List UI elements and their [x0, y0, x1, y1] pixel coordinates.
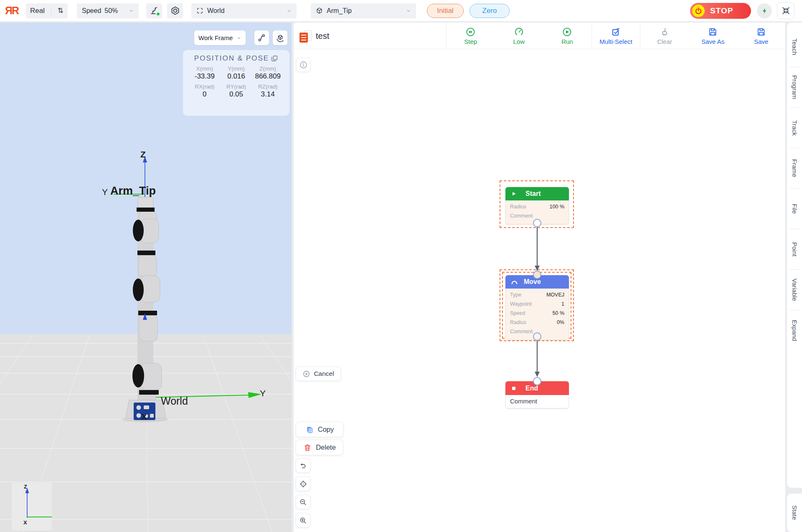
- mode-label: Real: [30, 7, 45, 15]
- save-as-button[interactable]: Save As: [689, 23, 737, 49]
- tool-value: Arm_Tip: [327, 7, 352, 15]
- info-icon: [299, 61, 308, 69]
- undo-icon: [299, 462, 307, 470]
- zoom-in-icon: [299, 517, 307, 524]
- speed-dropdown[interactable]: Speed 50%: [77, 3, 139, 18]
- stop-label: STOP: [710, 6, 733, 15]
- run-button[interactable]: Run: [543, 23, 591, 49]
- status-dot: [156, 12, 160, 16]
- work-frame-dropdown[interactable]: Work Frame: [194, 30, 246, 45]
- copy-icon[interactable]: [271, 55, 278, 62]
- chevron-down-icon: [129, 8, 134, 13]
- sort-arrows-icon: ⇅: [58, 6, 63, 15]
- world-frame-dropdown[interactable]: World: [191, 3, 297, 18]
- trajectory-toggle-button[interactable]: [254, 30, 269, 45]
- right-sidebar: Teach Program Track Frame File Point Var…: [787, 23, 802, 488]
- flow-canvas[interactable]: Start Radius100 % Comment Move TypeMOVEJ…: [294, 49, 785, 532]
- divider: [51, 7, 51, 15]
- stop-button[interactable]: STOP: [690, 3, 751, 19]
- tab-variable[interactable]: Variable: [787, 270, 802, 310]
- tab-frame[interactable]: Frame: [787, 148, 802, 188]
- arc-move-icon: [511, 279, 518, 285]
- step-icon: [466, 27, 475, 37]
- zoom-in-button[interactable]: [296, 513, 310, 527]
- stop-square-icon: [511, 385, 517, 391]
- tab-program[interactable]: Program: [787, 67, 802, 107]
- cube-icon: [316, 7, 323, 14]
- chevron-down-icon: [406, 8, 411, 13]
- gauge-icon: [514, 27, 524, 37]
- cancel-button[interactable]: Cancel: [296, 367, 341, 381]
- tab-state[interactable]: State: [787, 505, 802, 520]
- copy-node-button[interactable]: Copy: [296, 422, 343, 437]
- pose-field-value: 866.809: [252, 72, 284, 81]
- zoom-out-button[interactable]: [296, 495, 310, 509]
- zoom-out-icon: [299, 498, 307, 506]
- clear-button[interactable]: Clear: [640, 23, 689, 49]
- program-title: test: [299, 23, 329, 49]
- end-comment: Comment: [505, 395, 569, 408]
- low-speed-button[interactable]: Low: [495, 23, 543, 49]
- tab-teach[interactable]: Teach: [787, 27, 802, 67]
- y-axis-label: Y: [260, 388, 266, 398]
- frame-corners-icon: [196, 7, 203, 14]
- flow-toolbar: Step Low Run: [446, 23, 785, 49]
- power-boost-button[interactable]: [757, 3, 772, 18]
- move-input-connector[interactable]: [533, 271, 541, 279]
- zero-button[interactable]: Zero: [470, 4, 510, 18]
- world-frame-value: World: [207, 7, 225, 15]
- multi-select-button[interactable]: Multi-Select: [591, 23, 640, 49]
- speed-value: 50%: [104, 7, 118, 15]
- work-frame-value: Work Frame: [198, 34, 233, 41]
- recenter-button[interactable]: [296, 476, 310, 491]
- step-button[interactable]: Step: [447, 23, 495, 49]
- tab-point[interactable]: Point: [787, 229, 802, 269]
- flow-arrow: [534, 341, 541, 377]
- pose-field-value: 0.05: [221, 90, 252, 99]
- arm-tip-label: Arm_Tip: [110, 185, 156, 198]
- power-icon: [692, 5, 705, 17]
- tab-file[interactable]: File: [787, 189, 802, 229]
- state-sidebar: State: [787, 494, 802, 532]
- floppy-icon: [756, 27, 766, 37]
- pose-field-label: X(mm): [189, 66, 221, 72]
- pose-field-value: 0: [189, 90, 221, 99]
- mini-x-axis-label: X: [23, 519, 27, 526]
- end-input-connector[interactable]: [533, 377, 541, 385]
- delete-node-button[interactable]: Delete: [296, 440, 343, 455]
- move-output-connector[interactable]: [533, 332, 541, 341]
- tool-dropdown[interactable]: Arm_Tip: [311, 3, 416, 18]
- tab-expand[interactable]: Expand: [787, 310, 802, 350]
- z-axis-label: Z: [140, 149, 146, 160]
- initial-button[interactable]: Initial: [427, 4, 464, 18]
- multi-select-icon: [611, 27, 621, 37]
- tip-y-axis-label: Y: [102, 187, 108, 197]
- position-pose-panel: POSITION & POSE X(mm)-33.39 Y(mm)0.016 Z…: [183, 50, 289, 116]
- undo-button[interactable]: [296, 459, 310, 473]
- tab-track[interactable]: Track: [787, 108, 802, 148]
- pose-field-value: -33.39: [189, 72, 221, 81]
- rotate-3d-icon: [276, 33, 285, 43]
- move-node[interactable]: Move TypeMOVEJ Waypoint1 Speed50 % Radiu…: [505, 275, 569, 340]
- pose-panel-title: POSITION & POSE: [194, 54, 269, 63]
- collapse-window-button[interactable]: [777, 3, 794, 19]
- info-button[interactable]: [296, 58, 310, 72]
- pose-field-value: 0.016: [221, 72, 252, 81]
- robot-status-button[interactable]: [146, 3, 162, 18]
- copy-pages-icon: [305, 426, 314, 434]
- view-rotate-button[interactable]: [273, 30, 287, 45]
- pose-field-label: Z(mm): [252, 66, 284, 72]
- start-output-connector[interactable]: [533, 219, 541, 227]
- flow-header: test Step Low: [294, 23, 785, 49]
- 3d-viewport[interactable]: Z Y Arm_Tip World Y X Z X Work Frame POS…: [0, 23, 292, 532]
- node-title: Move: [524, 278, 541, 286]
- mode-switch[interactable]: Real ⇅: [26, 3, 68, 18]
- crosshair-icon: [299, 480, 307, 488]
- speed-label: Speed: [82, 7, 101, 15]
- floppy-icon: [708, 27, 718, 37]
- mini-z-axis-label: Z: [24, 484, 27, 490]
- settings-button[interactable]: [167, 3, 183, 18]
- save-button[interactable]: Save: [737, 23, 785, 49]
- program-flow-panel: test Step Low: [294, 23, 785, 532]
- world-origin-label: World: [161, 395, 188, 407]
